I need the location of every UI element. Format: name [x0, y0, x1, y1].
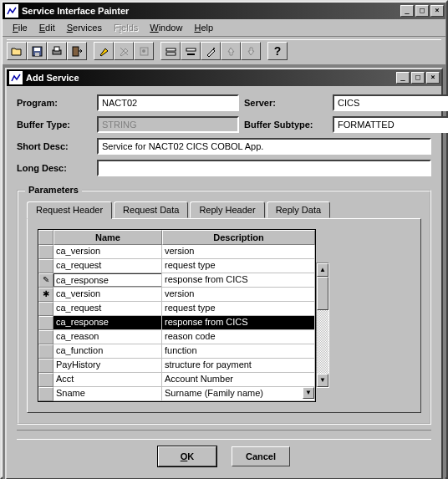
column-header-desc[interactable]: Description	[162, 230, 315, 245]
row-marker-icon: ✱	[38, 288, 53, 302]
row-marker-icon	[38, 245, 53, 259]
short-desc-label: Short Desc:	[17, 141, 92, 151]
cell-desc[interactable]: Account Number	[162, 373, 315, 387]
menu-edit[interactable]: Edit	[34, 21, 60, 34]
row-marker-icon	[38, 359, 53, 373]
table-row[interactable]: AcctAccount Number	[38, 373, 315, 387]
cell-desc[interactable]: function	[162, 344, 315, 359]
cell-name[interactable]: ca_request	[53, 259, 162, 273]
minimize-button[interactable]: _	[400, 5, 414, 17]
cell-name[interactable]: PayHistory	[53, 359, 162, 373]
cell-name[interactable]: ca_version	[53, 288, 162, 302]
tool-properties[interactable]	[201, 42, 221, 60]
table-row[interactable]: ✱ca_versionversion	[38, 288, 315, 302]
program-input[interactable]	[97, 94, 239, 111]
tab-reply-header[interactable]: Reply Header	[190, 201, 264, 218]
tool-exit[interactable]	[67, 42, 87, 60]
row-header-corner[interactable]	[38, 230, 53, 245]
long-desc-input[interactable]	[97, 160, 431, 176]
buffer-subtype-label: Buffer Subtype:	[244, 120, 328, 130]
buffer-subtype-input[interactable]	[333, 116, 448, 133]
tab-request-header[interactable]: Request Header	[27, 201, 112, 219]
grid-scrollbar[interactable]: ▲ ▼	[316, 262, 329, 388]
menubar: File Edit Services Fields Window Help	[3, 19, 445, 36]
dialog-maximize-button[interactable]: □	[411, 72, 425, 84]
parameters-grid[interactable]: Name Description ca_versionversionca_req…	[38, 229, 316, 402]
table-row[interactable]: ca_versionversion	[38, 245, 315, 259]
cell-desc[interactable]: response from CICS	[162, 316, 315, 330]
cell-name[interactable]: ca_function	[53, 344, 162, 359]
tool-help[interactable]: ?	[267, 42, 288, 60]
scroll-up-icon[interactable]: ▲	[317, 263, 328, 277]
tool-move-up	[221, 42, 241, 60]
dialog-minimize-button[interactable]: _	[396, 72, 410, 84]
tool-open[interactable]	[7, 42, 27, 60]
tool-delete-field[interactable]	[181, 42, 201, 60]
dialog-titlebar[interactable]: Add Service _ □ ×	[7, 69, 441, 86]
cancel-button[interactable]: Cancel	[232, 446, 290, 466]
menu-fields: Fields	[109, 21, 143, 34]
main-title: Service Interface Painter	[22, 6, 129, 16]
table-row[interactable]: ca_functionfunction	[38, 344, 315, 359]
cell-name[interactable]: ca_request	[53, 302, 162, 316]
cell-desc[interactable]: version	[162, 288, 315, 302]
parameters-group: Parameters Request Header Request Data R…	[17, 190, 431, 425]
table-row[interactable]: SnameSurname (Family name)▼	[38, 387, 315, 401]
buffer-type-display: STRING	[97, 116, 239, 133]
svg-rect-11	[166, 53, 176, 55]
cell-desc[interactable]: response from CICS	[162, 273, 315, 288]
column-header-name[interactable]: Name	[53, 230, 162, 245]
scroll-thumb[interactable]	[317, 277, 328, 310]
cell-desc[interactable]: version	[162, 245, 315, 259]
cell-name[interactable]: ▼	[53, 273, 162, 288]
row-marker-icon: ✎	[38, 273, 53, 288]
short-desc-input[interactable]	[97, 138, 431, 155]
cell-name[interactable]: Acct	[53, 373, 162, 387]
table-row[interactable]: ✎▼response from CICS	[38, 273, 315, 288]
tool-print[interactable]	[47, 42, 67, 60]
table-row[interactable]: ca_responseresponse from CICS	[38, 316, 315, 330]
tool-save[interactable]	[27, 42, 47, 60]
tool-delete-service	[114, 42, 134, 60]
long-desc-label: Long Desc:	[17, 163, 92, 173]
main-titlebar[interactable]: Service Interface Painter _ □ ×	[3, 3, 445, 19]
cell-name[interactable]: ca_reason	[53, 330, 162, 344]
table-row[interactable]: ca_requestrequest type	[38, 259, 315, 273]
maximize-button[interactable]: □	[415, 5, 429, 17]
row-marker-icon	[38, 302, 53, 316]
cell-name-input[interactable]	[53, 273, 162, 287]
buffer-subtype-combo[interactable]: ▼	[333, 116, 448, 133]
tab-reply-data[interactable]: Reply Data	[267, 201, 330, 218]
cell-desc[interactable]: structure for payment	[162, 359, 315, 373]
table-row[interactable]: ca_requestrequest type	[38, 302, 315, 316]
cell-desc[interactable]: reason code	[162, 330, 315, 344]
cell-desc[interactable]: request type	[162, 259, 315, 273]
main-window: Service Interface Painter _ □ × File Edi…	[0, 0, 448, 479]
tool-move-down	[241, 42, 261, 60]
tool-add-field[interactable]	[160, 42, 181, 60]
cell-dropdown-icon[interactable]: ▼	[303, 387, 314, 399]
menu-help[interactable]: Help	[189, 21, 218, 34]
cell-desc[interactable]: request type	[162, 302, 315, 316]
dialog-close-button[interactable]: ×	[426, 72, 440, 84]
menu-services[interactable]: Services	[62, 21, 107, 34]
table-row[interactable]: ca_reasonreason code	[38, 330, 315, 344]
cell-name[interactable]: ca_response	[53, 316, 162, 330]
tab-request-data[interactable]: Request Data	[114, 201, 188, 218]
row-marker-icon	[38, 387, 53, 401]
svg-rect-10	[166, 48, 176, 51]
table-row[interactable]: PayHistorystructure for payment	[38, 359, 315, 373]
cell-desc[interactable]: Surname (Family name)▼	[162, 387, 315, 401]
server-input[interactable]	[333, 94, 448, 111]
ok-button[interactable]: OK	[158, 446, 216, 466]
tool-add-service[interactable]	[94, 42, 114, 60]
row-marker-icon	[38, 330, 53, 344]
close-button[interactable]: ×	[430, 5, 444, 17]
menu-window[interactable]: Window	[145, 21, 187, 34]
cell-name[interactable]: ca_version	[53, 245, 162, 259]
tab-content: Name Description ca_versionversionca_req…	[27, 218, 421, 413]
cell-name[interactable]: Sname	[53, 387, 162, 401]
menu-file[interactable]: File	[8, 21, 33, 34]
dialog-icon	[9, 71, 23, 84]
scroll-down-icon[interactable]: ▼	[317, 374, 328, 387]
